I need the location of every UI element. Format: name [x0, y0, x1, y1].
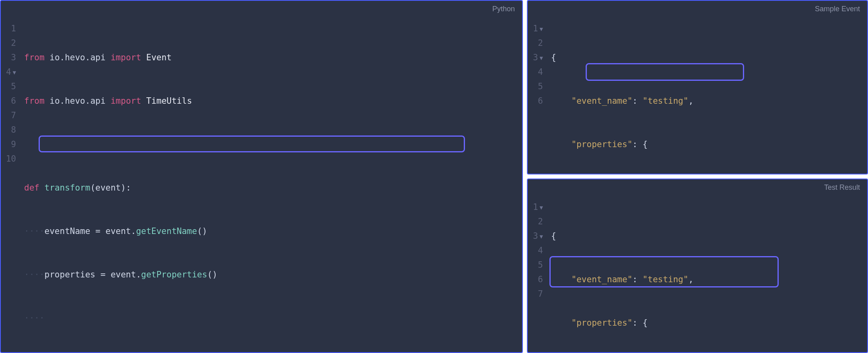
- pane-title-python: Python: [1, 1, 522, 16]
- fold-icon[interactable]: ▼: [540, 55, 543, 61]
- code-line: "properties": {: [551, 316, 867, 330]
- sample-gutter: 1▼ 2 3▼ 4 5 6: [528, 21, 549, 174]
- result-editor[interactable]: 1▼ 2 3▼ 4 5 6 7 { "event_name": "testing…: [528, 194, 867, 353]
- python-editor[interactable]: 1 2 3 4▼ 5 6 7 8 9 10 from io.hevo.api i…: [1, 16, 522, 353]
- line-number: 1: [1, 21, 16, 36]
- python-editor-pane: Python 1 2 3 4▼ 5 6 7 8 9 10 from io.hev…: [0, 0, 523, 353]
- line-number: 3▼: [528, 229, 543, 243]
- line-number: 2: [1, 36, 16, 50]
- line-number: 6: [1, 94, 16, 108]
- line-number: 4▼: [1, 65, 16, 79]
- result-gutter: 1▼ 2 3▼ 4 5 6 7: [528, 200, 549, 353]
- line-number: 6: [528, 272, 543, 287]
- code-line: "properties": {: [551, 137, 867, 152]
- result-code[interactable]: { "event_name": "testing", "properties":…: [549, 200, 867, 353]
- line-number: 9: [1, 137, 16, 152]
- fold-icon[interactable]: ▼: [540, 204, 543, 211]
- sample-editor[interactable]: 1▼ 2 3▼ 4 5 6 { "event_name": "testing",…: [528, 16, 867, 174]
- line-number: 8: [1, 123, 16, 137]
- code-line: from io.hevo.api import Event: [24, 50, 522, 65]
- code-line: "event_name": "testing",: [551, 272, 867, 287]
- line-number: 7: [528, 287, 543, 301]
- code-line: {: [551, 229, 867, 243]
- sample-code[interactable]: { "event_name": "testing", "properties":…: [549, 21, 867, 174]
- code-line: [24, 137, 522, 152]
- sample-event-pane: Sample Event 1▼ 2 3▼ 4 5 6 { "event_name…: [527, 0, 868, 174]
- line-number: 5: [528, 258, 543, 272]
- fold-icon[interactable]: ▼: [540, 233, 543, 240]
- line-number: 3: [1, 50, 16, 65]
- right-column: Sample Event 1▼ 2 3▼ 4 5 6 { "event_name…: [527, 0, 868, 353]
- code-line: {: [551, 50, 867, 65]
- pane-title-result: Test Result: [528, 179, 867, 194]
- code-line: def transform(event):: [24, 181, 522, 195]
- line-number: 3▼: [528, 50, 543, 65]
- line-number: 1▼: [528, 200, 543, 214]
- line-number: 2: [528, 214, 543, 229]
- pane-title-sample: Sample Event: [528, 1, 867, 16]
- code-line: ····properties = event.getProperties(): [24, 267, 522, 282]
- fold-icon[interactable]: ▼: [540, 26, 543, 32]
- code-line: ····: [24, 311, 522, 325]
- code-line: ····eventName = event.getEventName(): [24, 224, 522, 238]
- line-number: 5: [1, 79, 16, 94]
- code-line: "event_name": "testing",: [551, 94, 867, 108]
- line-number: 10: [1, 152, 16, 166]
- fold-icon[interactable]: ▼: [13, 69, 16, 76]
- test-result-pane: Test Result 1▼ 2 3▼ 4 5 6 7 { "event_nam…: [527, 179, 868, 353]
- code-line: from io.hevo.api import TimeUtils: [24, 94, 522, 108]
- python-code[interactable]: from io.hevo.api import Event from io.he…: [22, 21, 522, 353]
- highlight-box: [586, 63, 744, 81]
- python-gutter: 1 2 3 4▼ 5 6 7 8 9 10: [1, 21, 22, 353]
- line-number: 4: [528, 65, 543, 79]
- line-number: 5: [528, 79, 543, 94]
- line-number: 1▼: [528, 21, 543, 36]
- line-number: 7: [1, 108, 16, 123]
- line-number: 4: [528, 243, 543, 258]
- line-number: 2: [528, 36, 543, 50]
- line-number: 6: [528, 94, 543, 108]
